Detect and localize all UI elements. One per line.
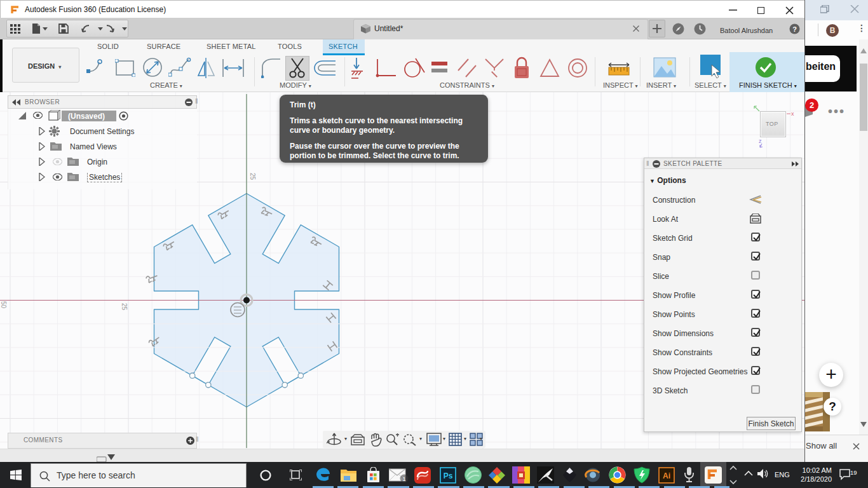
svg-text:z: z <box>759 138 762 144</box>
svg-text:1: 1 <box>402 476 405 482</box>
svg-text:Ps: Ps <box>444 471 453 480</box>
svg-text:Ai: Ai <box>663 471 670 480</box>
svg-text:19: 19 <box>850 469 857 476</box>
svg-text:?: ? <box>792 25 797 33</box>
svg-text:x: x <box>791 111 794 117</box>
